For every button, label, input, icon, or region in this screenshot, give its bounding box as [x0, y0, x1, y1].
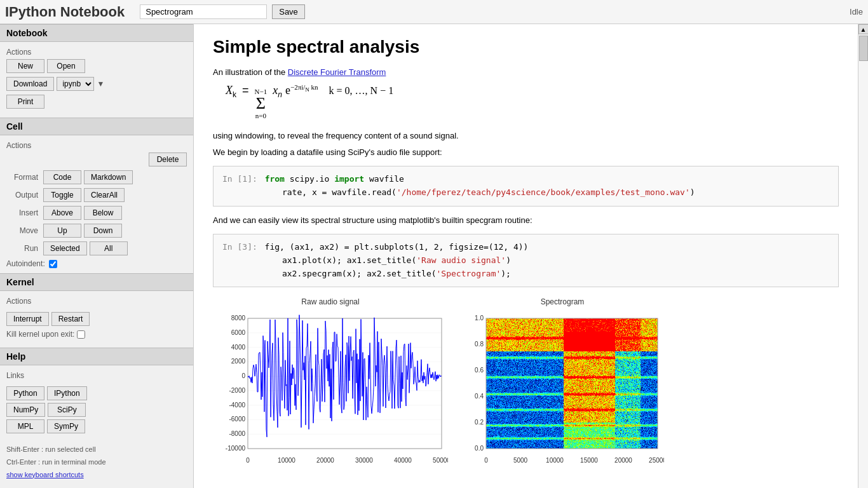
clearall-button[interactable]: ClearAll	[84, 188, 125, 202]
dft-link[interactable]: Discrete Fourier Transform	[288, 67, 386, 77]
insert-label: Insert	[6, 208, 38, 217]
markdown-button[interactable]: Markdown	[84, 170, 133, 184]
scroll-up-arrow[interactable]: ▲	[858, 24, 869, 34]
run-label: Run	[6, 244, 38, 253]
body-text2: We begin by loading a datafile using Sci…	[213, 146, 839, 159]
down-button[interactable]: Down	[84, 224, 122, 238]
notebook-section-header[interactable]: Notebook	[0, 24, 193, 42]
code-cell-2: In [3]: fig, (ax1, ax2) = plt.subplots(1…	[213, 234, 839, 287]
page-title: Simple spectral analysis	[213, 37, 839, 57]
mpl-link-button[interactable]: MPL	[6, 419, 44, 433]
save-button[interactable]: Save	[272, 4, 305, 19]
open-button[interactable]: Open	[47, 59, 85, 73]
below-button[interactable]: Below	[84, 206, 122, 220]
restart-button[interactable]: Restart	[51, 312, 90, 326]
interrupt-button[interactable]: Interrupt	[6, 312, 49, 326]
cell-actions-label: Actions	[6, 141, 31, 150]
scipy-link-button[interactable]: SciPy	[48, 403, 86, 417]
numpy-link-button[interactable]: NumPy	[6, 403, 45, 417]
all-button[interactable]: All	[90, 241, 128, 255]
shortcut2: Ctrl-Enter : run in terminal mode	[6, 456, 187, 469]
code-cell-1: In [1]: from scipy.io import wavfile rat…	[213, 166, 839, 207]
new-button[interactable]: New	[6, 59, 44, 73]
notebook-name-input[interactable]	[140, 4, 267, 19]
toggle-button[interactable]: Toggle	[43, 188, 81, 202]
kernel-actions-label: Actions	[6, 297, 31, 306]
output-label: Output	[6, 191, 38, 200]
selected-button[interactable]: Selected	[43, 241, 87, 255]
sympy-link-button[interactable]: SymPy	[47, 419, 85, 433]
cell2-prompt: In [3]:	[222, 242, 257, 252]
intro-paragraph: An illustration of the Discrete Fourier …	[213, 67, 839, 77]
up-button[interactable]: Up	[43, 224, 81, 238]
kernel-section-header[interactable]: Kernel	[0, 273, 193, 291]
format-label: Format	[6, 173, 38, 182]
ipython-link-button[interactable]: IPython	[47, 386, 87, 400]
delete-button[interactable]: Delete	[149, 152, 187, 166]
plot1-title: Raw audio signal	[301, 297, 359, 306]
shortcut1: Shift-Enter : run selected cell	[6, 444, 187, 456]
app-title: IPython Notebook	[5, 4, 125, 20]
spectrogram-plot-canvas	[461, 309, 664, 468]
cell-section-header[interactable]: Cell	[0, 118, 193, 135]
plot1-container: Raw audio signal	[213, 297, 448, 468]
audio-plot-canvas	[213, 309, 448, 468]
kill-kernel-label: Kill kernel upon exit:	[6, 330, 74, 339]
scrollbar[interactable]: ▲	[858, 24, 868, 488]
body-text3: And we can easily view its spectral stru…	[213, 214, 839, 227]
autoindent-label: Autoindent:	[6, 259, 45, 268]
plot2-title: Spectrogram	[541, 297, 585, 306]
help-section-header[interactable]: Help	[0, 348, 193, 365]
plots-row: Raw audio signal Spectrogram	[213, 297, 839, 468]
move-label: Move	[6, 226, 38, 235]
scroll-thumb[interactable]	[859, 36, 868, 61]
print-button[interactable]: Print	[6, 95, 44, 109]
math-formula: Xk = N−1 Σ n=0 xn e−2πi/N kn k = 0, …, N…	[226, 83, 839, 119]
python-link-button[interactable]: Python	[6, 386, 44, 400]
download-format-select[interactable]: ipynb py html rst	[57, 77, 94, 91]
code-button[interactable]: Code	[43, 170, 81, 184]
kill-kernel-checkbox[interactable]	[77, 330, 85, 339]
notebook-content: Simple spectral analysis An illustration…	[194, 24, 858, 488]
plot2-container: Spectrogram	[461, 297, 664, 468]
autoindent-checkbox[interactable]	[49, 260, 57, 268]
links-label: Links	[6, 371, 24, 380]
download-button[interactable]: Download	[6, 77, 54, 91]
idle-status: Idle	[850, 7, 863, 17]
shortcut3: show keyboard shortcuts	[6, 469, 187, 482]
cell1-prompt: In [1]:	[222, 174, 257, 184]
body-text1: using windowing, to reveal the frequency…	[213, 130, 839, 142]
above-button[interactable]: Above	[43, 206, 81, 220]
notebook-actions-label: Actions	[6, 48, 31, 57]
